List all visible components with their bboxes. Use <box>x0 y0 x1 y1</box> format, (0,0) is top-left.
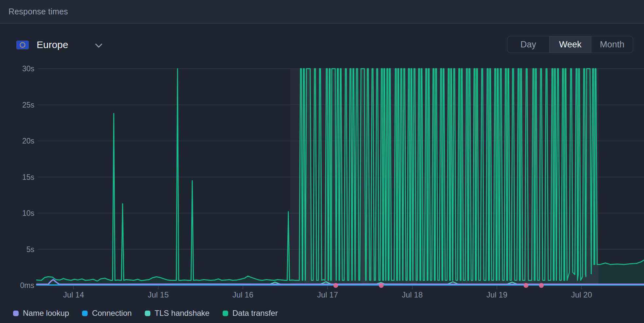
chevron-down-icon <box>95 43 102 48</box>
svg-text:25s: 25s <box>22 101 34 109</box>
svg-text:Jul 14: Jul 14 <box>63 290 84 299</box>
page-title: Response times <box>8 7 68 16</box>
legend-label: Name lookup <box>23 309 69 318</box>
svg-text:20s: 20s <box>22 137 34 145</box>
eu-flag-icon <box>16 41 29 49</box>
region-selector[interactable]: Europe <box>16 37 102 52</box>
legend-item-connection[interactable]: Connection <box>82 309 131 318</box>
svg-text:Jul 18: Jul 18 <box>402 290 423 299</box>
svg-text:Jul 15: Jul 15 <box>148 290 169 299</box>
period-option-day[interactable]: Day <box>507 36 549 53</box>
legend-label: Data transfer <box>232 309 278 318</box>
legend-item-tls-handshake[interactable]: TLS handshake <box>145 309 210 318</box>
legend-label: TLS handshake <box>155 309 210 318</box>
svg-text:10s: 10s <box>22 209 34 217</box>
svg-text:Jul 19: Jul 19 <box>486 290 507 299</box>
period-toggle: Day Week Month <box>507 36 633 53</box>
svg-text:Jul 17: Jul 17 <box>317 290 338 299</box>
panel-header: Response times <box>0 0 644 24</box>
period-option-month[interactable]: Month <box>591 36 633 53</box>
svg-text:Jul 16: Jul 16 <box>232 290 253 299</box>
name-lookup-swatch-icon <box>13 311 19 316</box>
svg-text:Jul 20: Jul 20 <box>571 290 592 299</box>
region-label: Europe <box>37 39 68 50</box>
connection-swatch-icon <box>82 311 88 316</box>
period-option-week[interactable]: Week <box>549 36 591 53</box>
tls-handshake-swatch-icon <box>145 311 150 316</box>
legend-item-name-lookup[interactable]: Name lookup <box>13 309 69 318</box>
svg-text:5s: 5s <box>26 245 34 254</box>
legend-item-data-transfer[interactable]: Data transfer <box>223 309 278 318</box>
chart-legend: Name lookup Connection TLS handshake Dat… <box>13 309 278 318</box>
legend-label: Connection <box>92 309 131 318</box>
svg-text:30s: 30s <box>22 64 34 73</box>
data-transfer-swatch-icon <box>223 311 228 316</box>
svg-text:0ms: 0ms <box>20 281 34 290</box>
svg-text:15s: 15s <box>22 173 34 181</box>
